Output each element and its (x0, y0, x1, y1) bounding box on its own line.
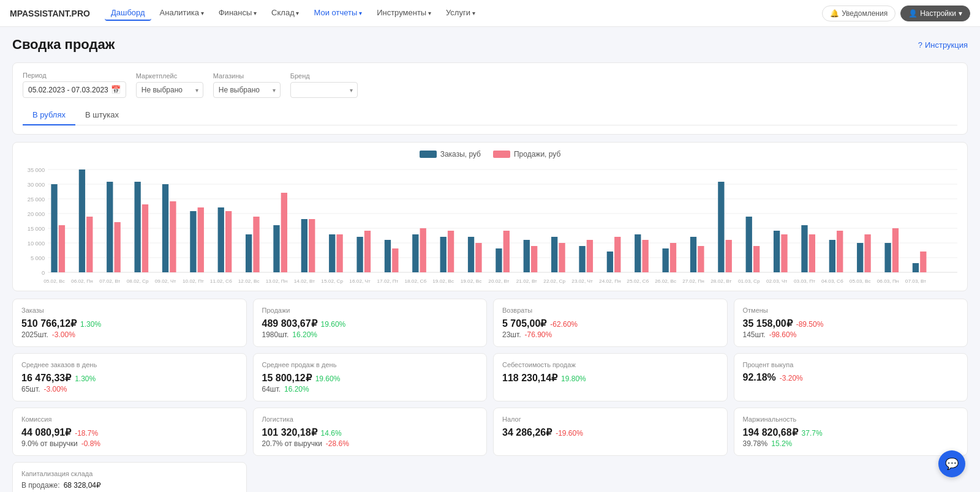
placeholder-1 (253, 462, 488, 492)
metric-cancels-value-row: 35 158,00₽ -89.50% (743, 318, 959, 329)
metric-orders-sub-change: -3.00% (52, 330, 75, 339)
svg-text:15.02, Ср: 15.02, Ср (321, 278, 343, 284)
marketplace-filter: Маркетплейс Не выбрано (136, 72, 203, 98)
chart-container: Заказы, руб Продажи, руб 35 000 30 000 (12, 142, 968, 291)
metric-margin-value: 194 820,68₽ (743, 427, 798, 438)
svg-text:06.03, Пн: 06.03, Пн (877, 278, 899, 284)
svg-text:12.02, Вс: 12.02, Вс (238, 278, 260, 284)
metric-orders-change: 1.30% (80, 320, 101, 329)
metric-tax-value: 34 286,26₽ (502, 427, 552, 438)
tab-rubles[interactable]: В рублях (23, 105, 75, 125)
marketplace-select-wrapper: Не выбрано (136, 82, 203, 98)
metric-returns-sub-value: 23шт. (502, 330, 521, 339)
metric-avg-sales-sub-change: 16.20% (284, 385, 309, 393)
tab-pieces[interactable]: В штуках (75, 105, 129, 125)
metric-avg-sales-sub-row: 64шт. 16.20% (262, 385, 478, 393)
nav-item-analytics[interactable]: Аналитика (154, 6, 210, 21)
nav-item-warehouse[interactable]: Склад (265, 6, 305, 21)
svg-rect-68 (774, 231, 780, 272)
metric-orders-sub-value: 2025шт. (21, 330, 48, 339)
metric-sales-value: 489 803,67₽ (262, 318, 317, 329)
svg-text:06.02, Пн: 06.02, Пн (71, 278, 93, 284)
svg-rect-24 (162, 184, 168, 272)
svg-text:35 000: 35 000 (28, 167, 45, 173)
svg-rect-49 (503, 231, 510, 272)
metric-sales-sub-value: 1980шт. (262, 330, 289, 339)
svg-text:07.03, Вт: 07.03, Вт (905, 278, 926, 284)
metric-sales-sub-row: 1980шт. 16.20% (262, 330, 478, 339)
nav-item-dashboard[interactable]: Дашборд (105, 6, 151, 21)
svg-text:13.02, Пн: 13.02, Пн (266, 278, 288, 284)
svg-text:07.02, Вт: 07.02, Вт (99, 278, 120, 284)
page-header: Сводка продаж ? Инструкция (12, 37, 968, 53)
svg-rect-65 (726, 240, 732, 272)
svg-text:20.02, Вт: 20.02, Вт (488, 278, 509, 284)
svg-text:10.02, Пт: 10.02, Пт (183, 278, 204, 284)
svg-text:02.03, Чт: 02.03, Чт (766, 278, 788, 284)
svg-text:05.02, Вс: 05.02, Вс (43, 278, 65, 284)
nav-item-services[interactable]: Услуги (440, 6, 481, 21)
svg-rect-26 (190, 211, 196, 272)
marketplace-label: Маркетплейс (136, 72, 203, 80)
svg-text:10 000: 10 000 (28, 240, 45, 247)
svg-rect-42 (412, 234, 418, 272)
metric-warehouse-in-sale-value: 68 328,04₽ (64, 481, 101, 490)
metric-cost-value: 118 230,14₽ (502, 372, 557, 384)
metric-avg-sales-sub-value: 64шт. (262, 385, 281, 393)
placeholder-3 (734, 462, 968, 492)
svg-text:11.02, Сб: 11.02, Сб (210, 278, 232, 284)
svg-rect-72 (829, 240, 835, 272)
page-container: Сводка продаж ? Инструкция Период 05.02.… (0, 27, 980, 492)
metric-orders: Заказы 510 766,12₽ 1.30% 2025шт. -3.00% (12, 299, 247, 347)
svg-rect-28 (218, 207, 224, 272)
svg-rect-47 (475, 243, 481, 272)
metric-cancels-value: 35 158,00₽ (743, 318, 793, 329)
metric-buyout-value: 92.18% (743, 372, 776, 383)
metric-logistics-value: 101 320,18₽ (262, 427, 317, 438)
svg-rect-79 (920, 252, 926, 272)
stores-select[interactable]: Не выбрано (213, 82, 281, 98)
notifications-button[interactable]: 🔔 Уведомления (822, 6, 895, 21)
metric-avg-orders-sub-value: 65шт. (21, 385, 40, 393)
legend-orders: Заказы, руб (420, 150, 481, 158)
metric-warehouse-in-sale-label: В продаже: (21, 481, 60, 490)
nav-item-tools[interactable]: Инструменты (371, 6, 437, 21)
svg-rect-45 (448, 231, 454, 272)
nav-item-finances[interactable]: Финансы (213, 6, 263, 21)
brand-logo[interactable]: MPASSISTANT.PRO (10, 9, 90, 18)
filters-panel: Период 05.02.2023 - 07.03.2023 📅 Маркетп… (12, 62, 968, 135)
svg-rect-69 (781, 234, 787, 272)
date-value: 05.02.2023 - 07.03.2023 (28, 86, 108, 94)
metric-logistics-change: 14.6% (321, 429, 342, 438)
svg-rect-34 (301, 219, 307, 272)
svg-rect-77 (892, 228, 899, 272)
svg-text:09.02, Чт: 09.02, Чт (155, 278, 176, 284)
metric-commission-sub-value: 9.0% от выручки (21, 439, 78, 448)
metric-avg-orders-change: 1.30% (75, 375, 96, 383)
chat-button[interactable]: 💬 (938, 450, 965, 477)
tabs-row: В рублях В штуках (23, 105, 957, 125)
metric-sales: Продажи 489 803,67₽ 19.60% 1980шт. 16.20… (253, 299, 488, 347)
metric-logistics-sub-row: 20.7% от выручки -28.6% (262, 439, 478, 448)
metric-margin-title: Маржинальность (743, 416, 959, 423)
svg-text:23.02, Чт: 23.02, Чт (571, 278, 593, 284)
settings-button[interactable]: 👤 Настройки ▾ (900, 6, 970, 21)
question-icon: ? (918, 40, 922, 50)
nav-item-myreports[interactable]: Мои отчеты (308, 6, 369, 21)
metric-tax-title: Налог (502, 416, 718, 423)
svg-text:0: 0 (42, 270, 45, 276)
svg-text:08.02, Ср: 08.02, Ср (127, 278, 149, 284)
metric-returns: Возвраты 5 705,00₽ -62.60% 23шт. -76.90% (493, 299, 728, 347)
metric-cancels-change: -89.50% (796, 320, 824, 329)
date-input[interactable]: 05.02.2023 - 07.03.2023 📅 (23, 81, 126, 98)
svg-text:15 000: 15 000 (28, 226, 45, 232)
instruction-link[interactable]: ? Инструкция (918, 40, 968, 50)
svg-text:04.03, Сб: 04.03, Сб (821, 278, 843, 284)
svg-rect-19 (86, 217, 92, 272)
svg-text:24.02, Пн: 24.02, Пн (599, 278, 621, 284)
svg-text:19.02, Вс: 19.02, Вс (461, 278, 482, 284)
brand-select[interactable] (290, 82, 358, 98)
stores-label: Магазины (213, 72, 281, 80)
marketplace-select[interactable]: Не выбрано (136, 82, 203, 98)
bar-chart-svg: 35 000 30 000 25 000 20 000 15 000 10 00… (23, 163, 957, 286)
